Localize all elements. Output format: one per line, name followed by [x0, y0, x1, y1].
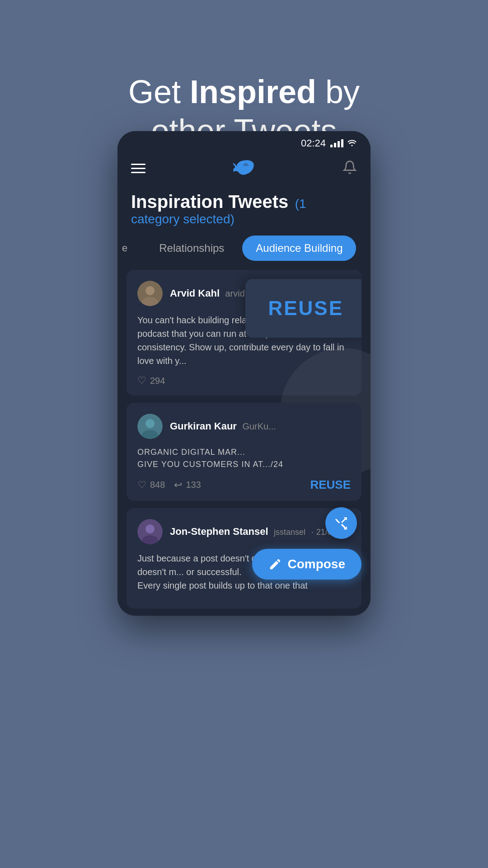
tweet-user-info-3: Jon-Stephen Stansel jsstansel · 21/09/1.… — [170, 526, 351, 538]
hamburger-line-1 — [131, 164, 145, 165]
tweet-name-1: Arvid Kahl — [170, 288, 220, 299]
like-count-1: 294 — [150, 376, 165, 386]
phone-screen: 02:24 — [117, 131, 371, 616]
tab-relationships[interactable]: Relationships — [145, 236, 238, 261]
tweet-body-2: ORGANIC DIGITAL MAR...GIVE YOU CUSTOMERS… — [137, 446, 351, 471]
status-bar: 02:24 — [117, 131, 371, 154]
status-time: 02:24 — [301, 137, 326, 149]
header-nav — [117, 154, 371, 187]
hero-text-normal: Get — [128, 74, 190, 110]
tweet-avatar-2 — [137, 414, 163, 439]
reuse-label-1: REUSE — [268, 297, 343, 320]
svg-point-7 — [145, 524, 155, 533]
tweet-actions-2: ♡ 848 ↩ 133 REUSE — [137, 478, 351, 492]
tweet-user-info-2: Gurkiran Kaur GurKu... — [170, 420, 351, 432]
heart-icon-1: ♡ — [137, 375, 146, 387]
retweet-icon-2: ↩ — [174, 479, 182, 491]
tweet-card-2: Gurkiran Kaur GurKu... ORGANIC DIGITAL M… — [127, 403, 361, 501]
compose-label: Compose — [287, 557, 345, 571]
signal-icon — [330, 139, 343, 147]
hamburger-line-3 — [131, 172, 145, 173]
svg-point-1 — [145, 286, 155, 295]
heart-icon-2: ♡ — [137, 479, 146, 491]
hero-text-bold: Inspired — [190, 74, 316, 110]
retweet-count-2: 133 — [186, 480, 201, 490]
tweet-dot-3: · — [311, 527, 316, 537]
category-tabs: e Relationships Audience Building Entrep… — [117, 236, 371, 270]
compose-icon — [268, 557, 282, 571]
svg-point-4 — [145, 419, 155, 428]
reuse-overlay-1[interactable]: REUSE — [245, 279, 361, 338]
like-button-1[interactable]: ♡ 294 — [137, 375, 165, 387]
hero-text-end: by — [316, 74, 360, 110]
retweet-button-2[interactable]: ↩ 133 — [174, 479, 201, 491]
tweet-card-1: Arvid Kahl arvidkahl · 21/04/14 You can'… — [127, 270, 361, 396]
shuffle-icon — [333, 515, 349, 531]
tweet-header-2: Gurkiran Kaur GurKu... — [137, 414, 351, 439]
brand-logo — [233, 158, 255, 178]
notification-bell-button[interactable] — [343, 160, 357, 176]
tweet-name-3: Jon-Stephen Stansel — [170, 526, 268, 537]
tweet-actions-1: ♡ 294 — [137, 375, 351, 387]
status-icons — [330, 138, 357, 149]
hamburger-line-2 — [131, 168, 145, 169]
reuse-label-2[interactable]: REUSE — [310, 478, 351, 492]
tweet-handle-2: GurKu... — [242, 421, 276, 431]
page-title: Inspiration Tweets — [131, 192, 288, 212]
like-count-2: 848 — [150, 480, 165, 490]
like-button-2[interactable]: ♡ 848 — [137, 479, 165, 491]
wifi-icon — [347, 138, 357, 149]
tweet-handle-3: jsstansel — [274, 528, 305, 537]
tab-partial[interactable]: e — [117, 236, 141, 260]
tweet-avatar-3 — [137, 519, 163, 544]
compose-button[interactable]: Compose — [252, 549, 361, 580]
tweet-header-3: Jon-Stephen Stansel jsstansel · 21/09/1.… — [137, 519, 351, 544]
phone-mockup: 02:24 — [117, 131, 371, 616]
shuffle-button[interactable] — [325, 507, 357, 539]
tab-audience-building[interactable]: Audience Building — [242, 236, 356, 261]
hamburger-menu-button[interactable] — [131, 164, 145, 173]
page-title-section: Inspiration Tweets (1 category selected) — [117, 187, 371, 236]
tweet-avatar-1 — [137, 281, 163, 306]
tweet-name-2: Gurkiran Kaur — [170, 420, 237, 432]
tab-entrepreneurship[interactable]: Entrepreneurship — [361, 236, 371, 261]
